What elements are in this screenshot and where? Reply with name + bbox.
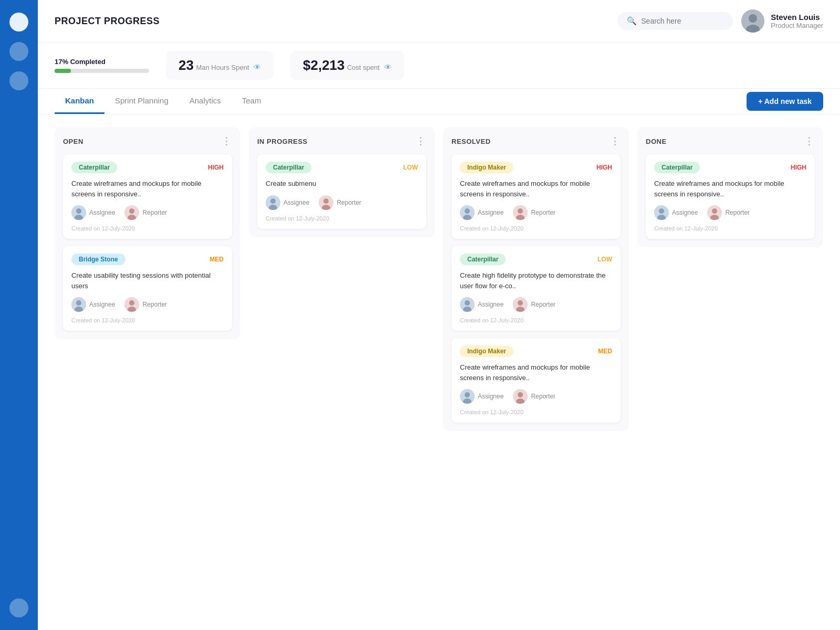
kanban-card[interactable]: Bridge Stone MED Create usability testin… xyxy=(63,246,232,331)
card-description: Create usability testing sessions with p… xyxy=(71,270,224,291)
avatar-f xyxy=(513,205,528,220)
card-priority: LOW xyxy=(403,164,418,171)
user-area: Steven Louis Product Manager xyxy=(741,9,823,33)
reporter-person: Reporter xyxy=(319,195,361,210)
kanban-card[interactable]: Caterpillar HIGH Create wireframes and m… xyxy=(646,154,815,239)
assignee-person: Assignee xyxy=(460,297,503,312)
assignee-label: Assignee xyxy=(478,393,503,400)
kanban-card[interactable]: Caterpillar LOW Create high fidelity pro… xyxy=(452,246,621,331)
card-tag: Caterpillar xyxy=(460,254,506,265)
card-tag: Bridge Stone xyxy=(71,254,125,265)
card-top: Indigo Maker MED xyxy=(460,345,612,357)
col-header-resolved: RESOLVED ⋮ xyxy=(452,135,621,147)
card-top: Bridge Stone MED xyxy=(71,254,224,265)
svg-point-43 xyxy=(712,208,717,214)
sidebar xyxy=(0,0,38,630)
search-icon: 🔍 xyxy=(627,16,637,26)
avatar-m xyxy=(460,389,475,404)
avatar-m xyxy=(71,205,86,220)
assignee-person: Assignee xyxy=(71,297,115,312)
svg-point-19 xyxy=(323,198,329,204)
card-tag: Caterpillar xyxy=(266,162,311,173)
progress-percent: 17% xyxy=(55,58,68,66)
sidebar-dot-1[interactable] xyxy=(9,13,28,32)
assignee-label: Assignee xyxy=(478,301,503,308)
reporter-person: Reporter xyxy=(513,297,555,312)
man-hours-number: 23 xyxy=(178,57,194,73)
kanban-card[interactable]: Caterpillar LOW Create submenu Assignee xyxy=(257,154,426,229)
col-title-done: DONE xyxy=(646,138,667,145)
avatar xyxy=(741,9,764,33)
assignee-person: Assignee xyxy=(266,195,309,210)
sidebar-dot-2[interactable] xyxy=(9,42,28,61)
card-description: Create wireframes and mockups for mobile… xyxy=(654,178,806,199)
col-header-open: OPEN ⋮ xyxy=(63,135,232,147)
kanban-card[interactable]: Indigo Maker HIGH Create wireframes and … xyxy=(452,154,621,239)
sidebar-dot-3[interactable] xyxy=(9,71,28,90)
card-tag: Caterpillar xyxy=(654,162,700,173)
user-info: Steven Louis Product Manager xyxy=(771,13,823,29)
assignee-person: Assignee xyxy=(460,389,503,404)
progress-block: 17% Completed xyxy=(55,58,149,73)
card-tag: Caterpillar xyxy=(71,162,117,173)
col-menu-open[interactable]: ⋮ xyxy=(222,135,232,147)
col-title-open: OPEN xyxy=(63,138,83,145)
reporter-label: Reporter xyxy=(142,301,167,308)
card-top: Caterpillar HIGH xyxy=(654,162,806,173)
col-header-in-progress: IN PROGRESS ⋮ xyxy=(257,135,426,147)
svg-point-22 xyxy=(465,208,470,214)
assignee-label: Assignee xyxy=(478,209,503,216)
reporter-label: Reporter xyxy=(337,199,361,206)
progress-bar-bg xyxy=(55,69,149,73)
tab-kanban[interactable]: Kanban xyxy=(55,89,104,114)
search-input[interactable] xyxy=(641,17,720,25)
kanban-col-in-progress: IN PROGRESS ⋮ Caterpillar LOW Create sub… xyxy=(249,127,435,237)
assignee-label: Assignee xyxy=(89,301,115,308)
add-task-button[interactable]: + Add new task xyxy=(747,92,823,111)
card-priority: MED xyxy=(209,256,224,263)
kanban-card[interactable]: Indigo Maker MED Create wireframes and m… xyxy=(452,338,621,423)
svg-point-31 xyxy=(518,300,523,306)
stats-row: 17% Completed 23 Man Hours Spent 👁 $2,21… xyxy=(38,43,840,89)
card-date: Created on 12-July-2020 xyxy=(71,317,224,323)
card-people: Assignee Reporter xyxy=(460,297,612,312)
card-description: Create submenu xyxy=(266,178,418,189)
tab-analytics[interactable]: Analytics xyxy=(179,89,232,114)
reporter-label: Reporter xyxy=(531,209,555,216)
tab-sprint[interactable]: Sprint Planning xyxy=(104,89,179,114)
avatar-f xyxy=(707,205,722,220)
assignee-label: Assignee xyxy=(672,209,698,216)
avatar-m xyxy=(460,297,475,312)
man-hours-content: 23 Man Hours Spent 👁 xyxy=(178,57,261,74)
col-title-in-progress: IN PROGRESS xyxy=(257,138,308,145)
col-menu-done[interactable]: ⋮ xyxy=(804,135,815,147)
card-description: Create wireframes and mockups for mobile… xyxy=(71,178,224,199)
eye-icon-cost[interactable]: 👁 xyxy=(384,63,392,71)
reporter-label: Reporter xyxy=(142,209,167,216)
card-priority: HIGH xyxy=(596,164,612,171)
card-people: Assignee Reporter xyxy=(71,205,224,220)
cost-label: Cost spent xyxy=(347,64,380,71)
svg-point-28 xyxy=(465,300,470,306)
card-people: Assignee Reporter xyxy=(71,297,224,312)
card-top: Caterpillar LOW xyxy=(266,162,418,173)
eye-icon-hours[interactable]: 👁 xyxy=(254,63,261,71)
card-description: Create wireframes and mockups for mobile… xyxy=(460,178,612,199)
avatar-f xyxy=(124,205,139,220)
tab-team[interactable]: Team xyxy=(232,89,272,114)
reporter-person: Reporter xyxy=(513,389,555,404)
kanban-col-resolved: RESOLVED ⋮ Indigo Maker HIGH Create wire… xyxy=(443,127,629,431)
avatar-f xyxy=(513,297,528,312)
col-menu-in-progress[interactable]: ⋮ xyxy=(416,135,426,147)
kanban-card[interactable]: Caterpillar HIGH Create wireframes and m… xyxy=(63,154,232,239)
reporter-person: Reporter xyxy=(124,205,167,220)
col-menu-resolved[interactable]: ⋮ xyxy=(610,135,621,147)
avatar-m xyxy=(460,205,475,220)
card-priority: HIGH xyxy=(791,164,806,171)
reporter-person: Reporter xyxy=(124,297,167,312)
reporter-label: Reporter xyxy=(725,209,750,216)
svg-point-10 xyxy=(76,300,81,306)
svg-point-7 xyxy=(129,208,134,214)
search-box[interactable]: 🔍 xyxy=(617,12,733,30)
sidebar-dot-bottom[interactable] xyxy=(9,598,28,617)
